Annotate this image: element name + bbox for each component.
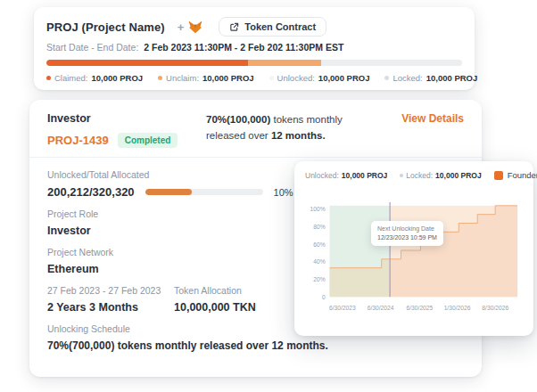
external-link-icon	[229, 22, 239, 32]
svg-text:20%: 20%	[313, 276, 325, 282]
legend-label: Claimed:	[54, 73, 88, 83]
duration-value: 2 Years 3 Months	[47, 301, 174, 314]
allocated-value: 200,212/320,320	[47, 185, 135, 199]
svg-text:6/30/2023: 6/30/2023	[329, 305, 356, 311]
token-allocation-field: Token Allocation 10,000,000 TKN	[174, 285, 256, 314]
detail-header-left: Investor PROJ-1439 Completed	[47, 112, 206, 148]
date-range-label: Start Date - End Date:	[46, 42, 138, 53]
unlock-chart[interactable]: 020%40%60%80%100%6/30/20236/30/20246/30/…	[305, 184, 523, 323]
add-token-plus-icon[interactable]: +	[178, 20, 185, 34]
unlocking-schedule-value: 70%(700,000) tokens monthly released ove…	[47, 339, 464, 352]
unclaim-dot-icon	[158, 76, 162, 80]
unlocked-dot-icon	[269, 76, 274, 80]
chart-legend-label: Locked:	[406, 171, 433, 180]
view-details-link[interactable]: View Details	[401, 112, 464, 125]
svg-text:8/30/2026: 8/30/2026	[482, 305, 508, 311]
svg-text:6/30/2025: 6/30/2025	[407, 305, 434, 311]
token-contract-label: Token Contract	[244, 21, 316, 32]
svg-text:6/30/2024: 6/30/2024	[368, 305, 394, 311]
tooltip-date: 12/23/2023 10:59 PM	[377, 233, 437, 242]
legend-locked: Locked: 10,000 PROJ	[384, 73, 477, 83]
date-range-row: Start Date - End Date: 2 Feb 2023 11:30P…	[46, 42, 462, 53]
svg-text:80%: 80%	[313, 224, 325, 230]
chart-legend-locked: Locked: 10,000 PROJ	[400, 171, 481, 180]
claim-legend: Claimed: 10,000 PROJ Unclaim: 10,000 PRO…	[46, 73, 462, 83]
legend-value: 10,000 PROJ	[92, 73, 144, 83]
status-badge: Completed	[118, 133, 178, 148]
project-title: PROJ (Project Name)	[46, 20, 165, 34]
founder-legend: Founder	[494, 170, 537, 180]
token-contract-button[interactable]: Token Contract	[219, 17, 326, 37]
unlock-chart-svg: 020%40%60%80%100%6/30/20236/30/20246/30/…	[305, 184, 523, 319]
release-percent: 70%(100,000)	[206, 114, 270, 125]
locked-dot-icon	[384, 76, 389, 80]
allocated-progress-fill	[145, 189, 193, 195]
next-unlock-tooltip: Next Unlocking Date 12/23/2023 10:59 PM	[371, 221, 443, 246]
project-id[interactable]: PROJ-1439	[47, 134, 109, 147]
legend-claimed: Claimed: 10,000 PROJ	[46, 73, 143, 83]
legend-label: Locked:	[392, 73, 422, 83]
legend-value: 10,000 PROJ	[426, 73, 478, 83]
token-allocation-label: Token Allocation	[174, 285, 256, 296]
allocated-percent: 10%	[274, 187, 293, 198]
claim-progress-bar	[46, 60, 462, 66]
duration-label: 27 Feb 2023 - 27 Feb 2023	[47, 285, 174, 296]
founder-swatch-icon	[494, 171, 503, 180]
tooltip-title: Next Unlocking Date	[377, 225, 437, 233]
project-summary-card: PROJ (Project Name) + Token Contract Sta…	[34, 7, 475, 90]
svg-text:60%: 60%	[313, 241, 325, 248]
legend-unlocked: Unlocked: 10,000 PROJ	[269, 73, 370, 83]
release-summary-text: 70%(100,000) tokens monthly released ove…	[206, 112, 381, 144]
legend-value: 10,000 PROJ	[318, 73, 370, 83]
legend-value: 10,000 PROJ	[202, 73, 254, 83]
claimed-segment	[46, 60, 248, 66]
chart-legend-unlocked: Unlocked: 10,000 PROJ	[305, 171, 387, 180]
svg-text:0: 0	[322, 294, 326, 300]
locked-legend-dot-icon	[400, 174, 403, 177]
legend-label: Unclaim:	[166, 73, 199, 83]
chart-legend-label: Unlocked:	[305, 171, 339, 180]
summary-title-row: PROJ (Project Name) + Token Contract	[46, 16, 462, 37]
legend-label: Unlocked:	[277, 73, 315, 83]
token-allocation-value: 10,000,000 TKN	[174, 301, 256, 314]
metamask-fox-icon[interactable]	[188, 20, 202, 34]
release-months: 12 months.	[271, 130, 326, 141]
project-id-row: PROJ-1439 Completed	[47, 133, 206, 148]
date-range-value: 2 Feb 2023 11:30PM - 2 Feb 202 11:30PM E…	[144, 42, 343, 53]
duration-field: 27 Feb 2023 - 27 Feb 2023 2 Years 3 Mont…	[47, 285, 174, 314]
svg-text:40%: 40%	[313, 258, 325, 265]
svg-text:1/30/2026: 1/30/2026	[444, 305, 471, 311]
legend-unclaim: Unclaim: 10,000 PROJ	[158, 73, 254, 83]
svg-text:100%: 100%	[310, 206, 326, 212]
detail-header: Investor PROJ-1439 Completed 70%(100,000…	[29, 100, 482, 158]
unclaim-segment	[248, 60, 322, 66]
founder-label: Founder	[508, 170, 537, 180]
unlock-chart-panel: Unlocked: 10,000 PROJ Locked: 10,000 PRO…	[294, 161, 533, 336]
investor-title: Investor	[47, 112, 206, 125]
chart-legend-value: 10,000 PROJ	[342, 171, 388, 180]
chart-legend-row: Unlocked: 10,000 PROJ Locked: 10,000 PRO…	[305, 170, 523, 180]
chart-legend-value: 10,000 PROJ	[435, 171, 482, 180]
claimed-dot-icon	[46, 76, 51, 80]
allocated-progress-bar	[145, 189, 263, 195]
